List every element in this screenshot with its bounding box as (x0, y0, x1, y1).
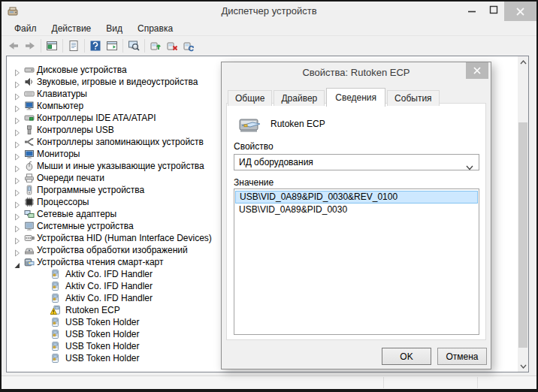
mouse-icon (24, 161, 35, 171)
toolbar-separator (144, 39, 145, 53)
hardware-id-row[interactable]: USB\VID_0A89&PID_0030 (235, 204, 478, 216)
expand-arrow-icon[interactable] (14, 210, 21, 218)
menu-file[interactable]: Файл (7, 21, 44, 35)
imaging-device-icon (24, 245, 35, 255)
forward-button[interactable] (22, 38, 38, 54)
tree-item-label: Очереди печати (37, 173, 104, 183)
expand-arrow-icon[interactable] (14, 90, 21, 98)
tab-general[interactable]: Общие (228, 90, 272, 106)
expand-arrow-icon[interactable] (14, 150, 21, 158)
expand-arrow-icon[interactable] (14, 66, 21, 74)
maximize-button[interactable] (482, 2, 504, 18)
smartcard-reader-icon (24, 257, 35, 267)
help-button[interactable] (87, 38, 104, 54)
value-listbox[interactable]: USB\VID_0A89&PID_0030&REV_0100USB\VID_0A… (234, 188, 479, 335)
toolbar (2, 36, 536, 56)
dialog-close-button[interactable] (466, 62, 488, 79)
back-button[interactable] (5, 38, 22, 54)
collapse-arrow-icon[interactable] (14, 258, 21, 266)
tree-item-label: Контроллеры USB (37, 125, 114, 135)
tree-item-label: Программные устройства (37, 185, 144, 195)
tab-driver[interactable]: Драйвер (274, 90, 325, 106)
tree-item-label: USB Token Holder (65, 353, 140, 363)
disk-drive-icon (24, 65, 35, 75)
tree-item-label: Клавиатуры (37, 89, 87, 99)
properties-button[interactable] (65, 38, 82, 54)
show-console-tree-button[interactable] (44, 38, 60, 54)
tree-item-label: Контроллеры запоминающих устройств (37, 137, 204, 147)
hid-device-icon (24, 233, 35, 243)
expand-arrow-icon[interactable] (14, 138, 21, 146)
disable-device-button[interactable] (180, 38, 197, 54)
toolbar-separator (122, 39, 123, 53)
action-window-icon (106, 40, 118, 52)
tab-events[interactable]: События (387, 90, 440, 106)
card-reader-icon (50, 293, 61, 303)
card-reader-icon (50, 317, 61, 327)
menu-action[interactable]: Действие (44, 21, 99, 35)
show-action-pane-button[interactable] (104, 38, 120, 54)
status-bar-divider (383, 377, 384, 388)
expand-arrow-icon[interactable] (14, 114, 21, 122)
scan-hardware-changes-button[interactable] (125, 38, 142, 54)
chevron-up-icon (520, 60, 527, 65)
print-queue-icon (24, 173, 35, 183)
forward-arrow-icon (24, 40, 36, 52)
card-reader-icon (50, 269, 61, 279)
property-dropdown[interactable]: ИД оборудования (234, 154, 479, 170)
expand-arrow-icon[interactable] (14, 162, 21, 170)
menu-help[interactable]: Справка (130, 21, 180, 35)
tree-item-label: Устройства чтения смарт-карт (37, 257, 163, 267)
vertical-scrollbar[interactable] (518, 56, 528, 372)
tree-item-label: Aktiv Co. IFD Handler (65, 293, 153, 303)
ok-button[interactable]: OK (382, 348, 431, 365)
minimize-button[interactable] (461, 2, 482, 18)
cancel-button[interactable]: Отмена (437, 348, 487, 365)
tree-item-label: Дисковые устройства (37, 65, 127, 75)
expand-arrow-icon[interactable] (14, 198, 21, 206)
expand-arrow-icon[interactable] (14, 222, 21, 230)
console-window-icon (46, 40, 58, 52)
value-label: Значение (234, 177, 274, 188)
tree-item-label: USB Token Holder (65, 341, 140, 351)
scrollbar-thumb[interactable] (518, 122, 527, 348)
tree-item-label: USB Token Holder (65, 317, 140, 327)
expand-arrow-icon[interactable] (14, 174, 21, 182)
back-arrow-icon (8, 40, 20, 52)
device-manager-window: Диспетчер устройств ФайлДействиеВидСправ… (0, 0, 538, 392)
uninstall-device-button[interactable] (164, 38, 180, 54)
tree-item-label: Системные устройства (37, 221, 134, 231)
tree-item-label: Rutoken ECP (65, 305, 120, 315)
expand-arrow-icon[interactable] (14, 126, 21, 134)
menu-view[interactable]: Вид (98, 21, 130, 35)
card-reader-icon (50, 281, 61, 291)
tree-item-label: Сетевые адаптеры (37, 209, 116, 219)
card-reader-warning-icon (50, 305, 61, 315)
scroll-down-button[interactable] (518, 360, 528, 372)
card-reader-icon (50, 341, 61, 351)
expand-arrow-icon[interactable] (14, 246, 21, 254)
update-driver-button[interactable] (147, 38, 164, 54)
device-manager-app-icon (7, 5, 19, 20)
scroll-up-button[interactable] (518, 56, 528, 68)
expand-arrow-icon[interactable] (14, 234, 21, 242)
storage-controller-icon (24, 137, 35, 147)
chevron-down-icon (520, 364, 527, 369)
status-bar (2, 375, 536, 389)
toolbar-separator (62, 39, 63, 53)
help-icon (89, 40, 101, 52)
close-button[interactable] (504, 2, 536, 21)
toolbar-separator (84, 39, 85, 53)
expand-arrow-icon[interactable] (14, 102, 21, 110)
tree-item-label: Мониторы (37, 149, 80, 159)
window-title: Диспетчер устройств (2, 2, 536, 21)
titlebar: Диспетчер устройств (2, 2, 536, 21)
hardware-id-row[interactable]: USB\VID_0A89&PID_0030&REV_0100 (235, 191, 478, 204)
details-tab-page: Rutoken ECP Свойство ИД оборудования Зна… (226, 103, 486, 340)
tab-details[interactable]: Сведения (326, 88, 385, 107)
expand-arrow-icon[interactable] (14, 78, 21, 86)
chevron-down-icon (466, 160, 473, 173)
expand-arrow-icon[interactable] (14, 186, 21, 194)
property-dropdown-value: ИД оборудования (234, 155, 479, 170)
dialog-tabs: ОбщиеДрайверСведенияСобытия (228, 87, 441, 106)
